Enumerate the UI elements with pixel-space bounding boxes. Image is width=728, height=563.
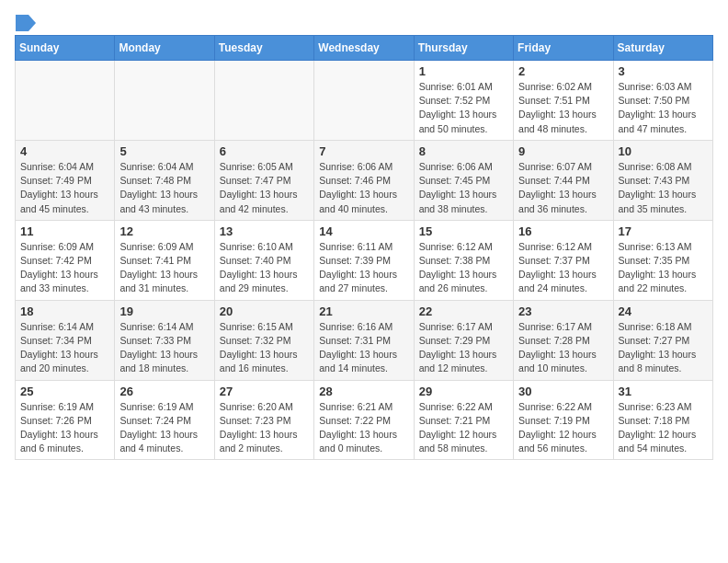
calendar-cell: 11Sunrise: 6:09 AM Sunset: 7:42 PM Dayli… bbox=[16, 220, 115, 300]
day-info: Sunrise: 6:03 AM Sunset: 7:50 PM Dayligh… bbox=[619, 80, 708, 136]
day-info: Sunrise: 6:01 AM Sunset: 7:52 PM Dayligh… bbox=[419, 80, 508, 136]
calendar-cell: 29Sunrise: 6:22 AM Sunset: 7:21 PM Dayli… bbox=[414, 380, 513, 460]
calendar-week-row: 1Sunrise: 6:01 AM Sunset: 7:52 PM Daylig… bbox=[16, 61, 713, 141]
calendar-cell: 19Sunrise: 6:14 AM Sunset: 7:33 PM Dayli… bbox=[115, 300, 214, 380]
day-number: 24 bbox=[619, 304, 708, 318]
day-number: 27 bbox=[220, 385, 309, 398]
calendar-cell: 14Sunrise: 6:11 AM Sunset: 7:39 PM Dayli… bbox=[314, 220, 414, 300]
day-info: Sunrise: 6:14 AM Sunset: 7:34 PM Dayligh… bbox=[20, 320, 109, 376]
day-number: 14 bbox=[319, 224, 408, 238]
calendar-cell: 12Sunrise: 6:09 AM Sunset: 7:41 PM Dayli… bbox=[115, 220, 214, 300]
day-number: 15 bbox=[419, 224, 508, 238]
calendar-cell bbox=[214, 61, 313, 141]
day-info: Sunrise: 6:08 AM Sunset: 7:43 PM Dayligh… bbox=[619, 160, 708, 216]
calendar-cell: 7Sunrise: 6:06 AM Sunset: 7:46 PM Daylig… bbox=[314, 140, 414, 220]
day-number: 30 bbox=[518, 385, 608, 398]
calendar-cell: 4Sunrise: 6:04 AM Sunset: 7:49 PM Daylig… bbox=[16, 140, 115, 220]
calendar-header-sunday: Sunday bbox=[16, 36, 115, 61]
day-info: Sunrise: 6:18 AM Sunset: 7:27 PM Dayligh… bbox=[619, 320, 708, 376]
calendar-cell bbox=[314, 61, 414, 141]
calendar-cell: 31Sunrise: 6:23 AM Sunset: 7:18 PM Dayli… bbox=[613, 380, 712, 460]
day-info: Sunrise: 6:06 AM Sunset: 7:46 PM Dayligh… bbox=[319, 160, 408, 216]
logo bbox=[15, 15, 37, 28]
calendar-cell: 26Sunrise: 6:19 AM Sunset: 7:24 PM Dayli… bbox=[115, 380, 214, 460]
day-number: 20 bbox=[220, 304, 309, 318]
calendar-cell: 5Sunrise: 6:04 AM Sunset: 7:48 PM Daylig… bbox=[115, 140, 214, 220]
calendar-cell: 6Sunrise: 6:05 AM Sunset: 7:47 PM Daylig… bbox=[214, 140, 313, 220]
day-number: 8 bbox=[419, 144, 508, 158]
day-info: Sunrise: 6:11 AM Sunset: 7:39 PM Dayligh… bbox=[319, 240, 408, 296]
day-info: Sunrise: 6:13 AM Sunset: 7:35 PM Dayligh… bbox=[619, 240, 708, 296]
calendar-cell: 17Sunrise: 6:13 AM Sunset: 7:35 PM Dayli… bbox=[613, 220, 712, 300]
day-number: 4 bbox=[20, 144, 109, 158]
day-info: Sunrise: 6:09 AM Sunset: 7:41 PM Dayligh… bbox=[119, 240, 209, 296]
day-number: 12 bbox=[119, 224, 209, 238]
calendar-cell: 15Sunrise: 6:12 AM Sunset: 7:38 PM Dayli… bbox=[414, 220, 513, 300]
calendar-cell: 30Sunrise: 6:22 AM Sunset: 7:19 PM Dayli… bbox=[514, 380, 613, 460]
day-info: Sunrise: 6:05 AM Sunset: 7:47 PM Dayligh… bbox=[220, 160, 309, 216]
day-info: Sunrise: 6:09 AM Sunset: 7:42 PM Dayligh… bbox=[20, 240, 109, 296]
day-info: Sunrise: 6:14 AM Sunset: 7:33 PM Dayligh… bbox=[119, 320, 209, 376]
day-info: Sunrise: 6:17 AM Sunset: 7:29 PM Dayligh… bbox=[419, 320, 508, 376]
calendar-header-wednesday: Wednesday bbox=[314, 36, 414, 61]
day-info: Sunrise: 6:23 AM Sunset: 7:18 PM Dayligh… bbox=[619, 400, 708, 456]
day-number: 19 bbox=[119, 304, 209, 318]
calendar-cell: 8Sunrise: 6:06 AM Sunset: 7:45 PM Daylig… bbox=[414, 140, 513, 220]
day-info: Sunrise: 6:04 AM Sunset: 7:48 PM Dayligh… bbox=[119, 160, 209, 216]
day-info: Sunrise: 6:12 AM Sunset: 7:37 PM Dayligh… bbox=[518, 240, 608, 296]
day-info: Sunrise: 6:07 AM Sunset: 7:44 PM Dayligh… bbox=[518, 160, 608, 216]
calendar-cell: 27Sunrise: 6:20 AM Sunset: 7:23 PM Dayli… bbox=[214, 380, 313, 460]
calendar-cell: 25Sunrise: 6:19 AM Sunset: 7:26 PM Dayli… bbox=[16, 380, 115, 460]
calendar-cell: 10Sunrise: 6:08 AM Sunset: 7:43 PM Dayli… bbox=[613, 140, 712, 220]
svg-marker-0 bbox=[16, 15, 36, 31]
calendar-header-thursday: Thursday bbox=[414, 36, 513, 61]
day-number: 17 bbox=[619, 224, 708, 238]
calendar-header-saturday: Saturday bbox=[613, 36, 712, 61]
header bbox=[15, 15, 713, 28]
day-info: Sunrise: 6:21 AM Sunset: 7:22 PM Dayligh… bbox=[319, 400, 408, 456]
day-number: 25 bbox=[20, 385, 109, 398]
calendar-cell: 18Sunrise: 6:14 AM Sunset: 7:34 PM Dayli… bbox=[16, 300, 115, 380]
day-number: 26 bbox=[119, 385, 209, 398]
day-number: 23 bbox=[518, 304, 608, 318]
calendar-header-friday: Friday bbox=[514, 36, 613, 61]
calendar-cell: 9Sunrise: 6:07 AM Sunset: 7:44 PM Daylig… bbox=[514, 140, 613, 220]
calendar-cell: 23Sunrise: 6:17 AM Sunset: 7:28 PM Dayli… bbox=[514, 300, 613, 380]
day-number: 11 bbox=[20, 224, 109, 238]
calendar-cell: 1Sunrise: 6:01 AM Sunset: 7:52 PM Daylig… bbox=[414, 61, 513, 141]
day-number: 22 bbox=[419, 304, 508, 318]
logo-arrow-icon bbox=[16, 15, 36, 31]
calendar-week-row: 25Sunrise: 6:19 AM Sunset: 7:26 PM Dayli… bbox=[16, 380, 713, 460]
day-info: Sunrise: 6:10 AM Sunset: 7:40 PM Dayligh… bbox=[220, 240, 309, 296]
day-number: 28 bbox=[319, 385, 408, 398]
day-info: Sunrise: 6:16 AM Sunset: 7:31 PM Dayligh… bbox=[319, 320, 408, 376]
calendar-week-row: 18Sunrise: 6:14 AM Sunset: 7:34 PM Dayli… bbox=[16, 300, 713, 380]
calendar-cell: 20Sunrise: 6:15 AM Sunset: 7:32 PM Dayli… bbox=[214, 300, 313, 380]
day-number: 1 bbox=[419, 64, 508, 78]
day-number: 10 bbox=[619, 144, 708, 158]
calendar-cell: 22Sunrise: 6:17 AM Sunset: 7:29 PM Dayli… bbox=[414, 300, 513, 380]
calendar-header-row: SundayMondayTuesdayWednesdayThursdayFrid… bbox=[16, 36, 713, 61]
day-info: Sunrise: 6:15 AM Sunset: 7:32 PM Dayligh… bbox=[220, 320, 309, 376]
calendar-table: SundayMondayTuesdayWednesdayThursdayFrid… bbox=[15, 35, 713, 460]
calendar-cell: 3Sunrise: 6:03 AM Sunset: 7:50 PM Daylig… bbox=[613, 61, 712, 141]
calendar-cell bbox=[16, 61, 115, 141]
calendar-cell: 13Sunrise: 6:10 AM Sunset: 7:40 PM Dayli… bbox=[214, 220, 313, 300]
day-number: 5 bbox=[119, 144, 209, 158]
calendar-header-tuesday: Tuesday bbox=[214, 36, 313, 61]
day-number: 7 bbox=[319, 144, 408, 158]
day-info: Sunrise: 6:17 AM Sunset: 7:28 PM Dayligh… bbox=[518, 320, 608, 376]
day-number: 21 bbox=[319, 304, 408, 318]
day-number: 18 bbox=[20, 304, 109, 318]
calendar-cell: 2Sunrise: 6:02 AM Sunset: 7:51 PM Daylig… bbox=[514, 61, 613, 141]
calendar-cell: 24Sunrise: 6:18 AM Sunset: 7:27 PM Dayli… bbox=[613, 300, 712, 380]
day-info: Sunrise: 6:04 AM Sunset: 7:49 PM Dayligh… bbox=[20, 160, 109, 216]
day-number: 9 bbox=[518, 144, 608, 158]
day-number: 29 bbox=[419, 385, 508, 398]
day-info: Sunrise: 6:20 AM Sunset: 7:23 PM Dayligh… bbox=[220, 400, 309, 456]
day-info: Sunrise: 6:02 AM Sunset: 7:51 PM Dayligh… bbox=[518, 80, 608, 136]
day-info: Sunrise: 6:22 AM Sunset: 7:19 PM Dayligh… bbox=[518, 400, 608, 456]
calendar-cell: 21Sunrise: 6:16 AM Sunset: 7:31 PM Dayli… bbox=[314, 300, 414, 380]
day-info: Sunrise: 6:12 AM Sunset: 7:38 PM Dayligh… bbox=[419, 240, 508, 296]
calendar-header-monday: Monday bbox=[115, 36, 214, 61]
